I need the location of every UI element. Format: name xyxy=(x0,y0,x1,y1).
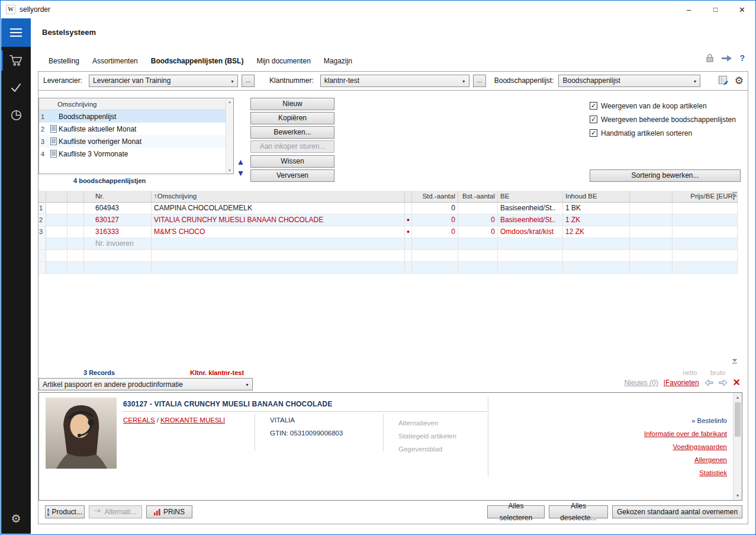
column-header-nr[interactable]: Nr. xyxy=(84,191,152,203)
leverancier-browse-button[interactable]: ... xyxy=(242,75,255,87)
column-header-be[interactable]: BE xyxy=(498,191,563,203)
table-cell xyxy=(46,214,67,226)
cart-icon[interactable] xyxy=(1,47,31,74)
checkbox-koop-artikelen[interactable]: ✓ Weergeven van de koop artikelen xyxy=(590,99,736,113)
lock-icon[interactable] xyxy=(706,53,714,63)
table-cell: 2 xyxy=(38,214,46,226)
table-cell xyxy=(563,262,630,274)
bsl-row[interactable]: 3 Kaufliste vorheriger Monat xyxy=(39,135,233,148)
list-settings-gear-icon[interactable]: ⚙ xyxy=(735,75,744,87)
divider xyxy=(123,411,487,412)
table-row[interactable]: 3316333M&M'S CHOCO●00Omdoos/krat/kist12 … xyxy=(38,226,738,238)
category-link[interactable]: CEREALS xyxy=(123,417,155,424)
nr-input[interactable]: Nr. invoeren xyxy=(84,238,152,250)
move-up-button[interactable]: ▲ xyxy=(236,157,246,167)
column-header-dot[interactable] xyxy=(405,191,412,203)
sortering-bewerken-button[interactable]: Sortering bewerken... xyxy=(590,169,741,182)
column-header-inh[interactable]: Inhoud BE xyxy=(563,191,630,203)
fabrikant-info-link[interactable]: Informatie over de fabrikant xyxy=(644,427,727,440)
tab-assortimenten[interactable]: Assortimenten xyxy=(86,57,144,65)
scroll-top-icon[interactable] xyxy=(732,192,738,199)
table-cell xyxy=(46,238,67,250)
allergenen-link[interactable]: Allergenen xyxy=(644,453,727,466)
column-header-b[interactable] xyxy=(67,191,84,203)
bsl-row[interactable]: 4 Kaufliste 3 Vormonate xyxy=(39,148,233,160)
close-button[interactable]: ✕ xyxy=(729,1,755,18)
prins-button[interactable]: PRiNS xyxy=(146,505,192,518)
category-link[interactable]: KROKANTE MUESLI xyxy=(160,417,225,424)
tab-magazijn[interactable]: Magazijn xyxy=(317,57,359,65)
tab-boodschappenlijsten[interactable]: Boodschappenlijsten (BSL) xyxy=(144,57,250,65)
panel-scrollbar[interactable]: ▲ ▼ xyxy=(733,393,742,500)
nieuws-link[interactable]: Nieuws (0) xyxy=(624,379,658,387)
next-arrow-icon[interactable] xyxy=(719,379,728,386)
bsl-row[interactable]: 1 Boodschappenlijst xyxy=(39,110,233,123)
leverancier-select[interactable]: Leverancier van Training ▼ xyxy=(89,75,238,87)
checkbox-handmatig-sorteren[interactable]: ✓ Handmatig artikelen sorteren xyxy=(590,126,736,140)
bewerken-button[interactable]: Bewerken... xyxy=(250,126,334,139)
help-icon[interactable]: ? xyxy=(739,53,745,63)
voedingswaarden-link[interactable]: Voedingswaarden xyxy=(644,440,727,453)
table-row-empty xyxy=(38,250,738,262)
edit-list-icon[interactable] xyxy=(719,76,729,85)
column-header-prijs[interactable]: Prijs/BE [EUR] xyxy=(673,191,738,203)
check-icon[interactable] xyxy=(1,74,31,101)
menu-icon[interactable] xyxy=(1,18,31,47)
divider xyxy=(255,414,255,451)
table-cell xyxy=(405,203,412,214)
chevron-down-icon: ▼ xyxy=(693,79,697,84)
scroll-down-icon[interactable]: ▼ xyxy=(228,168,232,172)
new-article-row[interactable]: Nr. invoeren xyxy=(38,238,738,250)
product-button[interactable]: i Product... xyxy=(45,505,85,518)
table-row[interactable]: 2630127VITALIA CRUNCHY MUESLI BANAAN CHO… xyxy=(38,214,738,226)
move-down-button[interactable]: ▼ xyxy=(236,168,246,178)
alternatieven-link[interactable]: Alternatieven xyxy=(398,417,456,430)
tab-bar: Bestelling Assortimenten Boodschappenlij… xyxy=(42,54,359,68)
bsl-row[interactable]: 2 Kaufliste aktueller Monat xyxy=(39,123,233,135)
wissen-button[interactable]: Wissen xyxy=(250,155,334,168)
alles-selecteren-button[interactable]: Alles selecteren xyxy=(487,505,545,518)
scroll-up-icon[interactable]: ▲ xyxy=(734,393,742,402)
table-cell xyxy=(405,262,412,274)
column-header-a[interactable] xyxy=(46,191,67,203)
product-info-panel: 630127 - VITALIA CRUNCHY MUESLI BANAAN C… xyxy=(38,392,742,501)
forward-arrow-icon[interactable] xyxy=(722,55,732,62)
prev-arrow-icon[interactable] xyxy=(704,379,713,386)
scroll-bottom-icon[interactable] xyxy=(732,357,738,364)
column-header-bst[interactable]: Bst.-aantal xyxy=(458,191,498,203)
checkbox-beheerde-lijsten[interactable]: ✓ Weergeven beheerde boodschappenlijsten xyxy=(590,113,736,126)
boodschappenlijst-select[interactable]: Boodschappenlijst ▼ xyxy=(558,75,700,87)
tab-bestelling[interactable]: Bestelling xyxy=(42,57,86,65)
statiegeld-link[interactable]: Statiegeld artikelen xyxy=(398,430,456,443)
product-image xyxy=(46,398,117,469)
klantnummer-browse-button[interactable]: ... xyxy=(473,75,486,87)
bestelinfo-link[interactable]: » Bestelinfo xyxy=(644,414,727,427)
bsl-column-header[interactable]: Omschrijving xyxy=(57,101,96,108)
standaard-aantal-overnemen-button[interactable]: Gekozen standaard aantal overnemen xyxy=(612,505,742,518)
productinfo-select[interactable]: Artikel paspoort en andere productinform… xyxy=(38,378,253,390)
settings-gear-icon[interactable]: ⚙ xyxy=(1,508,31,529)
table-row[interactable]: 1604943CAMPINA CHOCOLADEMELK0Basiseenhei… xyxy=(38,203,738,214)
title-bar: W sellyorder – □ ✕ xyxy=(1,1,755,18)
kopieren-button[interactable]: Kopiëren xyxy=(250,112,334,124)
pie-chart-icon[interactable] xyxy=(1,101,31,129)
klantnummer-select[interactable]: klantnr-test ▼ xyxy=(320,75,469,87)
verversen-button[interactable]: Verversen xyxy=(250,169,334,182)
nieuw-button[interactable]: Nieuw xyxy=(250,98,334,110)
favorieten-link[interactable]: |Favorieten xyxy=(664,379,699,387)
column-header-num[interactable] xyxy=(38,191,46,203)
gegevensblad-link[interactable]: Gegevensblad xyxy=(398,443,456,456)
close-panel-icon[interactable]: ✕ xyxy=(733,378,741,387)
column-header-sp[interactable] xyxy=(630,191,673,203)
minimize-button[interactable]: – xyxy=(675,1,702,18)
column-header-oms[interactable]: ↑Omschrijving xyxy=(152,191,405,203)
tab-mijn-documenten[interactable]: Mijn documenten xyxy=(250,57,317,65)
maximize-button[interactable]: □ xyxy=(702,1,729,18)
scrollbar-thumb[interactable] xyxy=(735,402,741,437)
statistiek-link[interactable]: Statistiek xyxy=(644,466,727,479)
bsl-scrollbar[interactable]: ▲▼ xyxy=(226,98,233,174)
scroll-down-icon[interactable]: ▼ xyxy=(734,491,742,500)
scroll-up-icon[interactable]: ▲ xyxy=(228,100,232,104)
column-header-std[interactable]: Std.-aantal xyxy=(412,191,458,203)
alles-deselecteren-button[interactable]: Alles deselecte... xyxy=(549,505,608,518)
